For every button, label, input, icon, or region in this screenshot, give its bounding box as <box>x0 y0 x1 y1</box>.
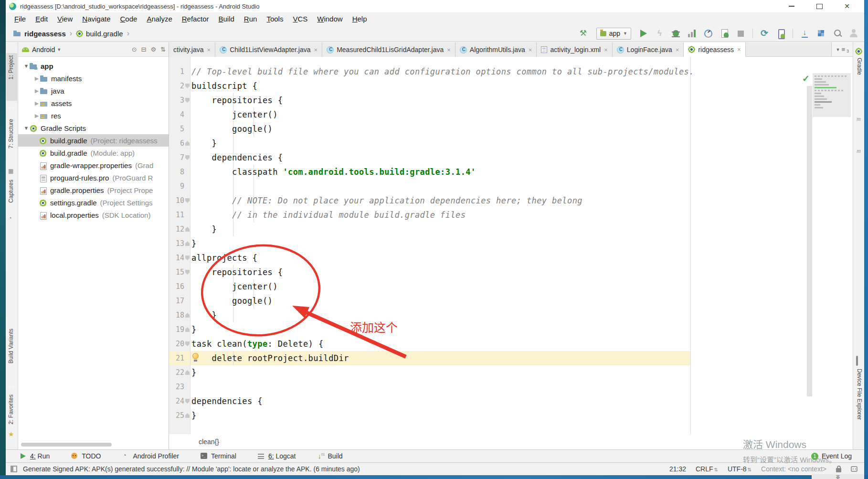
tool-window-button-6--logcat[interactable]: 6: Logcat <box>257 452 296 460</box>
menu-item-help[interactable]: Help <box>348 13 372 24</box>
fold-region-end-icon[interactable] <box>185 327 190 332</box>
chevron-collapsed-icon[interactable]: ▶ <box>33 113 40 119</box>
code-line-11[interactable]: // in the individual module build.gradle… <box>191 208 466 222</box>
tree-row-assets[interactable]: ▶assets <box>18 97 169 109</box>
tree-row-gradle-scripts[interactable]: ▼Gradle Scripts <box>18 122 169 134</box>
code-line-5[interactable]: google() <box>191 122 273 136</box>
fold-region-end-icon[interactable] <box>185 241 190 246</box>
editor-tab-ridgeassess[interactable]: ridgeassess× <box>684 43 745 57</box>
editor-body[interactable]: 1234567891011121314151617181920212223242… <box>169 57 853 434</box>
tool-button-device-file-explorer[interactable]: Device File Explorer <box>856 369 863 420</box>
tool-window-button-4--run[interactable]: 4: Run <box>19 452 50 460</box>
code-line-21[interactable]: delete rootProject.buildDir <box>191 351 349 365</box>
tree-row-gradle-wrapper-properties[interactable]: gradle-wrapper.properties(Grad <box>18 159 169 171</box>
close-button[interactable]: ✕ <box>840 2 854 11</box>
tool-button-build-variants[interactable]: Build Variants <box>8 329 14 363</box>
editor-tab-loginface-java[interactable]: LoginFace.java× <box>613 43 684 57</box>
close-icon[interactable]: × <box>447 46 451 53</box>
code-line-12[interactable]: } <box>191 222 217 236</box>
menu-item-build[interactable]: Build <box>213 13 239 24</box>
maven-icon[interactable]: m <box>857 116 861 123</box>
code-line-10[interactable]: // NOTE: Do not place your application d… <box>191 193 582 208</box>
close-icon[interactable]: × <box>676 46 679 53</box>
title-bar[interactable]: ridgeassess [D:\android_studio_workspace… <box>6 0 864 13</box>
run-configuration-select[interactable]: app ▼ <box>596 28 631 40</box>
code-line-13[interactable]: } <box>191 236 197 251</box>
fold-region-end-icon[interactable] <box>185 313 190 318</box>
fold-region-start-icon[interactable] <box>185 84 190 88</box>
stop-icon[interactable] <box>735 28 747 39</box>
minimize-button[interactable] <box>785 2 798 11</box>
code-line-24[interactable]: dependencies { <box>191 394 263 408</box>
code-line-16[interactable]: jcenter() <box>191 279 278 294</box>
chevron-down-icon[interactable]: ▼ <box>57 47 61 52</box>
code-line-6[interactable]: } <box>191 136 217 150</box>
code-line-2[interactable]: buildscript { <box>191 79 257 93</box>
chevron-expanded-icon[interactable]: ▼ <box>23 125 30 131</box>
avd-manager-icon[interactable] <box>775 28 787 39</box>
fold-region-start-icon[interactable] <box>185 155 190 160</box>
fold-region-end-icon[interactable] <box>185 227 190 232</box>
tool-window-toggle-icon[interactable] <box>11 466 17 472</box>
code-line-4[interactable]: jcenter() <box>191 107 278 122</box>
locate-file-icon[interactable]: ⊙ <box>132 46 137 53</box>
breadcrumb-project[interactable]: ridgeassess <box>24 30 66 38</box>
menu-item-file[interactable]: File <box>10 13 31 24</box>
code-line-22[interactable]: } <box>191 365 197 380</box>
menu-item-code[interactable]: Code <box>116 13 142 24</box>
lock-icon[interactable] <box>836 468 841 472</box>
tree-row-proguard-rules-pro[interactable]: proguard-rules.pro(ProGuard R <box>18 171 169 184</box>
menu-item-tools[interactable]: Tools <box>262 13 288 24</box>
chevron-collapsed-icon[interactable]: ▶ <box>33 75 40 82</box>
install-apk-icon[interactable] <box>719 28 730 39</box>
tree-row-build-gradle[interactable]: build.gradle(Module: app) <box>18 147 169 159</box>
menu-item-navigate[interactable]: Navigate <box>77 13 115 24</box>
fold-region-end-icon[interactable] <box>185 141 190 146</box>
apply-changes-icon[interactable] <box>654 28 666 39</box>
tree-row-build-gradle[interactable]: build.gradle(Project: ridgeassess <box>18 134 169 147</box>
line-ending-widget[interactable]: CRLF⇅ <box>696 465 718 473</box>
editor-tab-measuredchild1lisgridadapter-java[interactable]: MeasuredChild1LisGridAdapter.java× <box>322 43 455 57</box>
inspections-ok-icon[interactable]: ✓ <box>802 73 810 84</box>
intention-bulb-icon[interactable] <box>192 353 199 362</box>
maven-icon[interactable]: m <box>857 148 861 155</box>
fold-region-start-icon[interactable] <box>185 98 190 103</box>
code-line-17[interactable]: google() <box>191 294 273 308</box>
close-icon[interactable]: × <box>314 46 318 53</box>
collapse-all-icon[interactable]: ⊟ <box>141 46 147 53</box>
run-icon[interactable] <box>637 28 649 39</box>
encoding-widget[interactable]: UTF-8⇅ <box>728 465 752 473</box>
debug-icon[interactable] <box>670 28 682 39</box>
tool-window-button-terminal[interactable]: Terminal <box>200 452 236 460</box>
menu-item-window[interactable]: Window <box>312 13 347 24</box>
tool-window-button-android-profiler[interactable]: Android Profiler <box>122 452 179 460</box>
sdk-manager-icon[interactable] <box>799 28 811 39</box>
horizontal-scrollbar[interactable] <box>21 443 112 447</box>
fold-region-end-icon[interactable] <box>185 370 190 375</box>
chevron-expanded-icon[interactable]: ▼ <box>23 63 30 69</box>
close-icon[interactable]: × <box>737 46 741 53</box>
tool-button-gradle[interactable]: Gradle <box>856 58 863 75</box>
attach-debugger-icon[interactable] <box>702 28 714 39</box>
project-structure-icon[interactable] <box>815 28 827 39</box>
code-line-7[interactable]: dependencies { <box>191 150 283 165</box>
menu-item-analyze[interactable]: Analyze <box>142 13 177 24</box>
tree-row-settings-gradle[interactable]: settings.gradle(Project Settings <box>18 196 169 209</box>
tree-row-app[interactable]: ▼app <box>18 60 169 72</box>
fold-region-start-icon[interactable] <box>185 341 190 346</box>
tree-row-manifests[interactable]: ▶manifests <box>18 72 169 85</box>
code-line-8[interactable]: classpath 'com.android.tools.build:gradl… <box>191 165 476 179</box>
close-icon[interactable]: × <box>604 46 608 53</box>
code-line-1[interactable]: // Top-level build file where you can ad… <box>191 64 694 79</box>
breadcrumb-file[interactable]: build.gradle <box>86 30 123 38</box>
hide-panel-icon[interactable]: ⇅ <box>160 46 166 53</box>
editor-tab-ctivity-java[interactable]: ctivity.java× <box>169 43 215 57</box>
code-minimap[interactable] <box>813 73 851 117</box>
close-icon[interactable]: × <box>529 46 532 53</box>
code-line-18[interactable]: } <box>191 308 217 322</box>
ide-fatal-errors-icon[interactable] <box>851 466 857 472</box>
editor-scrollbar[interactable] <box>807 86 812 396</box>
tool-window-button-todo[interactable]: TODO <box>71 452 101 460</box>
code-line-15[interactable]: repositories { <box>191 265 283 279</box>
chevron-collapsed-icon[interactable]: ▶ <box>33 100 40 106</box>
